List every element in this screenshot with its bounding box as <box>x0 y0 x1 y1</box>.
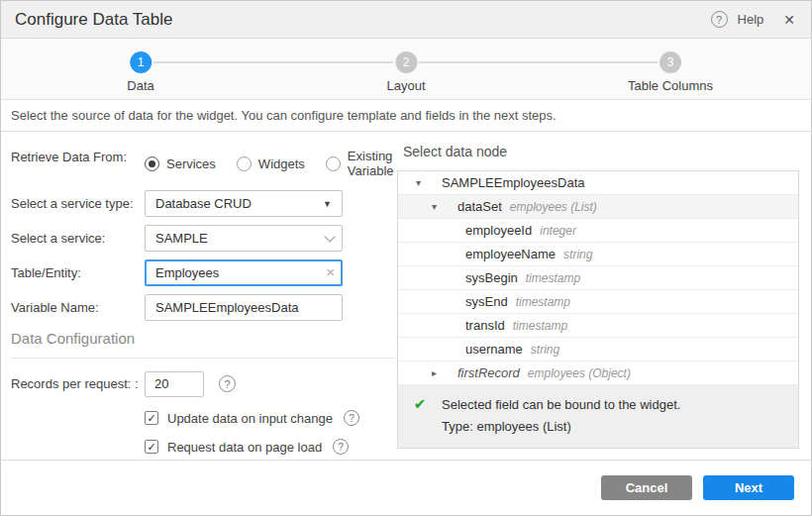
service-row: Select a service: SAMPLE <box>11 225 392 252</box>
variable-name-label: Variable Name: <box>11 294 145 321</box>
question-icon[interactable]: ? <box>344 410 359 426</box>
checkbox-request-data-on-page-load[interactable]: ✓Request data on page load? <box>145 439 392 455</box>
table-entity-row: Table/Entity: × <box>11 259 392 286</box>
radio-label: Existing Variable <box>348 149 394 178</box>
service-type-label: Select a service type: <box>11 190 145 217</box>
node-name: sysBegin <box>465 270 518 285</box>
node-name: transId <box>465 318 505 333</box>
tree-node-transId[interactable]: transIdtimestamp <box>398 314 798 338</box>
node-name: sysEnd <box>465 294 508 309</box>
caret-down-icon[interactable]: ▾ <box>432 201 450 212</box>
tree-node-employeeId[interactable]: employeeIdinteger <box>398 219 798 243</box>
question-icon[interactable]: ? <box>219 375 236 392</box>
tree-node-dataSet[interactable]: ▾dataSetemployees (List) <box>398 195 798 219</box>
wizard-description: Select the source of data for the widget… <box>1 100 811 132</box>
next-button[interactable]: Next <box>703 475 794 500</box>
node-type: employees (List) <box>510 200 597 214</box>
binding-info-line2: Type: employees (List) <box>442 416 680 438</box>
node-type: string <box>563 248 592 261</box>
dialog-footer: Cancel Next <box>1 460 811 515</box>
step-number: 2 <box>395 52 417 73</box>
retrieve-radio-group: ServicesWidgetsExisting Variable <box>145 149 394 178</box>
table-entity-label: Table/Entity: <box>11 259 145 286</box>
checkbox-icon: ✓ <box>145 440 158 454</box>
binding-info-line1: Selected field can be bound to the widge… <box>442 394 680 416</box>
data-node-panel: Select data node ▾SAMPLEEmployeesData▾da… <box>397 132 799 449</box>
service-type-select[interactable]: Database CRUD ▼ <box>145 190 343 217</box>
checkbox-icon: ✓ <box>145 411 158 425</box>
tree-node-sysBegin[interactable]: sysBegintimestamp <box>398 266 798 290</box>
node-name: employeeId <box>465 223 532 238</box>
dialog-header: Configure Data Table ? Help ✕ <box>1 1 811 39</box>
select-data-node-header: Select data node <box>397 144 799 159</box>
data-source-form: Retrieve Data From: ServicesWidgetsExist… <box>11 132 392 455</box>
step-connector <box>419 61 658 63</box>
caret-down-icon[interactable]: ▾ <box>416 177 434 188</box>
chevron-down-icon <box>324 231 335 242</box>
binding-info-box: ✔ Selected field can be bound to the wid… <box>398 385 798 448</box>
data-node-tree: ▾SAMPLEEmployeesData▾dataSetemployees (L… <box>397 170 799 449</box>
options-checkboxes: ✓Update data on input change?✓Request da… <box>145 410 392 455</box>
step-label: Layout <box>386 78 425 93</box>
node-type: timestamp <box>513 319 567 333</box>
variable-name-row: Variable Name: <box>11 294 392 321</box>
radio-existing-variable[interactable]: Existing Variable <box>326 149 394 178</box>
tree-node-username[interactable]: usernamestring <box>398 338 798 361</box>
cancel-button[interactable]: Cancel <box>601 475 692 500</box>
node-name: username <box>465 342 523 357</box>
step-number: 1 <box>130 52 152 73</box>
service-value: SAMPLE <box>155 231 208 246</box>
radio-services[interactable]: Services <box>145 156 216 171</box>
dialog-body: Retrieve Data From: ServicesWidgetsExist… <box>1 132 811 462</box>
variable-name-input[interactable] <box>145 294 343 321</box>
clear-icon[interactable]: × <box>326 264 335 280</box>
radio-label: Widgets <box>258 156 305 171</box>
node-type: string <box>531 343 559 357</box>
step-data[interactable]: 1Data <box>127 52 153 93</box>
radio-widgets[interactable]: Widgets <box>237 156 305 171</box>
step-label: Data <box>127 78 153 93</box>
records-per-request-label: Records per request: : <box>11 370 145 397</box>
tree-node-SAMPLEEmployeesData[interactable]: ▾SAMPLEEmployeesData <box>398 171 798 195</box>
question-icon[interactable]: ? <box>333 439 349 455</box>
service-type-value: Database CRUD <box>155 196 252 211</box>
step-number: 3 <box>660 52 681 73</box>
radio-icon <box>237 156 252 171</box>
records-per-request-row: Records per request: : ? <box>11 370 392 397</box>
node-type: integer <box>540 224 576 238</box>
node-type: employees (Object) <box>528 366 631 380</box>
radio-icon <box>326 156 341 171</box>
table-entity-input[interactable] <box>145 259 343 286</box>
radio-icon <box>145 156 159 171</box>
green-check-icon: ✔ <box>398 394 442 438</box>
section-divider <box>11 358 394 359</box>
checkbox-label: Update data on input change <box>167 411 333 426</box>
checkbox-label: Request data on page load <box>167 440 322 455</box>
configure-data-table-dialog: Configure Data Table ? Help ✕ 1Data2Layo… <box>0 0 812 516</box>
close-icon[interactable]: ✕ <box>783 12 795 28</box>
service-type-row: Select a service type: Database CRUD ▼ <box>11 190 392 217</box>
step-connector <box>153 61 393 63</box>
step-layout[interactable]: 2Layout <box>386 52 425 93</box>
caret-down-icon: ▼ <box>323 199 332 209</box>
tree-node-firstRecord[interactable]: ▸firstRecordemployees (Object) <box>398 361 798 385</box>
help-icon[interactable]: ? <box>711 11 728 28</box>
node-name: dataSet <box>457 199 502 214</box>
caret-right-icon[interactable]: ▸ <box>432 367 450 378</box>
node-name: firstRecord <box>457 365 520 380</box>
node-name: employeeName <box>465 247 556 261</box>
tree-node-employeeName[interactable]: employeeNamestring <box>398 243 798 266</box>
radio-label: Services <box>166 156 216 171</box>
node-name: SAMPLEEmployeesData <box>442 175 585 190</box>
checkbox-update-data-on-input-change[interactable]: ✓Update data on input change? <box>145 410 392 426</box>
data-configuration-header: Data Configuration <box>11 330 392 347</box>
retrieve-data-label: Retrieve Data From: <box>11 149 145 178</box>
service-select[interactable]: SAMPLE <box>145 225 343 252</box>
help-link[interactable]: Help <box>738 12 764 27</box>
step-label: Table Columns <box>628 78 713 93</box>
dialog-title: Configure Data Table <box>15 10 172 30</box>
step-table-columns[interactable]: 3Table Columns <box>628 52 713 93</box>
service-label: Select a service: <box>11 225 145 252</box>
records-per-request-input[interactable] <box>145 371 204 397</box>
tree-node-sysEnd[interactable]: sysEndtimestamp <box>398 290 798 314</box>
